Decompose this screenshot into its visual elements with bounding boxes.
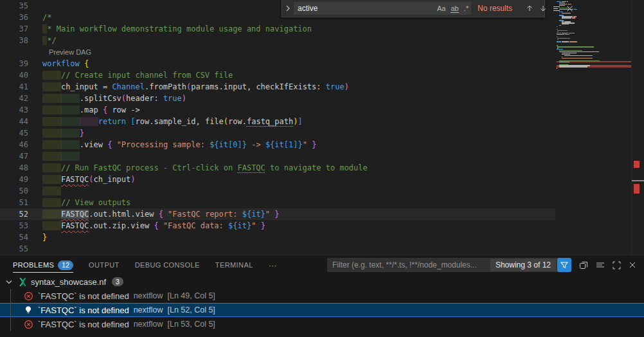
problems-filter[interactable]: Filter (e.g. text, **/*.ts, !**/node_mod… [327, 258, 571, 272]
code-line-51[interactable]: 51 // View outputs [0, 197, 555, 208]
editor-pane[interactable]: 3536/*37 * Main workflow demonstrating m… [0, 0, 644, 255]
minimap-line [559, 25, 561, 26]
line-content[interactable]: workflow { [40, 58, 89, 69]
line-content[interactable]: .map { row -> [40, 104, 140, 116]
line-content[interactable]: .splitCsv(header: true) [40, 93, 186, 104]
match-case-icon[interactable]: Aa [437, 5, 445, 12]
tab-debug-console[interactable]: DEBUG CONSOLE [135, 255, 200, 275]
maximize-panel-icon[interactable] [613, 261, 621, 269]
code-line-47[interactable]: 47 [0, 150, 555, 162]
line-content[interactable] [40, 243, 42, 255]
indent-guide [42, 117, 61, 126]
code-line-38[interactable]: 38 */ [0, 35, 555, 46]
code-line-46[interactable]: 46 .view { "Processing sample: ${it[0]} … [0, 139, 555, 150]
code-token: " [265, 210, 270, 219]
line-content[interactable]: // View outputs [40, 197, 130, 208]
line-content[interactable]: } [40, 232, 47, 243]
lightbulb-icon[interactable] [23, 305, 33, 315]
regex-icon[interactable]: .* [464, 5, 469, 12]
codelens-preview-dag[interactable]: Preview DAG [0, 46, 91, 58]
overview-ruler [631, 0, 644, 255]
tab-problems[interactable]: PROBLEMS12 [13, 255, 73, 275]
code-line-40[interactable]: 40 // Create input channel from CSV file [0, 69, 555, 81]
problem-message: `FASTQC` is not defined [38, 305, 129, 315]
whole-word-icon[interactable]: ab [451, 5, 458, 12]
line-number: 37 [0, 23, 40, 35]
next-match-icon[interactable] [539, 5, 547, 12]
tab-output[interactable]: OUTPUT [89, 255, 120, 275]
code-line-37[interactable]: 37 * Main workflow demonstrating module … [0, 23, 555, 35]
line-content[interactable]: .view { "Processing sample: ${it[0]} -> … [40, 139, 316, 150]
find-input[interactable]: active Aa ab .* [294, 2, 471, 15]
find-in-selection-icon[interactable] [553, 5, 560, 12]
code-token: */ [47, 36, 56, 45]
line-content[interactable]: */ [40, 35, 57, 46]
code-token [112, 140, 116, 149]
minimap[interactable] [557, 0, 631, 255]
line-content[interactable]: ch_input = Channel.fromPath(params.input… [40, 81, 349, 93]
code-line-52[interactable]: 52 FASTQC.out.html.view { "FastQC report… [0, 208, 555, 220]
line-content[interactable]: FASTQC.out.html.view { "FastQC report: $… [40, 208, 280, 220]
collapse-all-icon[interactable] [596, 260, 605, 269]
indent-guide [42, 210, 61, 219]
line-content[interactable]: * Main workflow demonstrating module usa… [40, 23, 312, 35]
problems-tree: syntax_showcase.nf 3 `FASTQC` is not def… [0, 275, 644, 331]
problem-row[interactable]: `FASTQC` is not definednextflow[Ln 49, C… [0, 289, 644, 303]
code-token: // Run FastQC process - Ctrl-click on [61, 163, 238, 172]
line-number: 47 [0, 150, 40, 162]
problem-location: [Ln 49, Col 5] [167, 291, 215, 300]
error-icon [23, 291, 33, 301]
find-query[interactable]: active [298, 4, 432, 13]
line-content[interactable]: /* [40, 12, 51, 23]
code-line-44[interactable]: 44 return [row.sample_id, file(row.fastq… [0, 116, 555, 127]
chevron-down-icon[interactable] [4, 277, 14, 287]
code-token: ${it} [242, 210, 265, 219]
code-line-43[interactable]: 43 .map { row -> [0, 104, 555, 116]
code-line-42[interactable]: 42 .splitCsv(header: true) [0, 93, 555, 104]
code-token: return [98, 117, 126, 126]
code-line-54[interactable]: 54} [0, 232, 555, 243]
line-content[interactable] [40, 150, 80, 162]
code-line-45[interactable]: 45 } [0, 127, 555, 139]
more-actions-icon[interactable]: ··· [269, 260, 277, 270]
code-line-53[interactable]: 53 FASTQC.out.zip.view { "FastQC data: $… [0, 220, 555, 232]
problems-file-group[interactable]: syntax_showcase.nf 3 [0, 275, 644, 289]
code-area[interactable]: 3536/*37 * Main workflow demonstrating m… [0, 0, 555, 255]
line-content[interactable] [40, 0, 42, 12]
line-content[interactable] [40, 185, 61, 197]
code-token: { [154, 221, 158, 230]
close-find-icon[interactable] [566, 5, 573, 12]
code-token: .view [80, 140, 107, 149]
toggle-replace-icon[interactable] [282, 5, 294, 12]
line-content[interactable]: FASTQC.out.zip.view { "FastQC data: ${it… [40, 220, 265, 232]
filter-funnel-icon[interactable] [557, 258, 571, 272]
line-content[interactable]: // Create input channel from CSV file [40, 69, 233, 81]
code-token: ch_input [94, 175, 131, 184]
line-content[interactable]: // Run FastQC process - Ctrl-click on FA… [40, 162, 368, 174]
line-content[interactable]: return [row.sample_id, file(row.fastq_pa… [40, 116, 303, 127]
code-line-55[interactable]: 55 [0, 243, 555, 255]
code-token: workflow [42, 59, 80, 68]
code-line-48[interactable]: 48 // Run FastQC process - Ctrl-click on… [0, 162, 555, 174]
problem-rows: `FASTQC` is not definednextflow[Ln 49, C… [0, 289, 644, 331]
previous-match-icon[interactable] [526, 5, 533, 12]
code-line-50[interactable]: 50 [0, 185, 555, 197]
error-token: FASTQC [61, 210, 89, 219]
line-number: 35 [0, 0, 40, 12]
problem-row[interactable]: `FASTQC` is not definednextflow[Ln 53, C… [0, 317, 644, 331]
code-line-49[interactable]: 49 FASTQC(ch_input) [0, 174, 555, 185]
code-token: } [261, 221, 265, 230]
tab-terminal[interactable]: TERMINAL [215, 255, 253, 275]
view-as-table-icon[interactable] [579, 260, 588, 269]
code-line-41[interactable]: 41 ch_input = Channel.fromPath(params.in… [0, 81, 555, 93]
line-content[interactable]: FASTQC(ch_input) [40, 174, 136, 185]
close-panel-icon[interactable] [629, 261, 636, 269]
problem-row[interactable]: `FASTQC` is not definednextflow[Ln 52, C… [0, 303, 644, 317]
minimap-line [574, 9, 577, 10]
code-token: "FastQC data: [163, 221, 228, 230]
code-line-39[interactable]: 39workflow { [0, 58, 555, 69]
line-content[interactable]: } [40, 127, 84, 139]
codelens-row[interactable]: Preview DAG [0, 46, 555, 58]
code-token: params.input, checkIfExists: [191, 82, 326, 91]
indent-guide [61, 140, 80, 149]
